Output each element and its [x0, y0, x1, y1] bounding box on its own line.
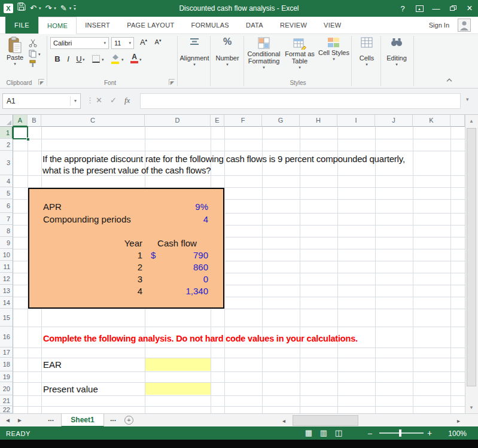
tab-sheet1[interactable]: Sheet1	[61, 414, 104, 427]
collapse-ribbon-icon[interactable]	[446, 76, 452, 83]
row-header-18[interactable]: 18	[0, 358, 13, 371]
cashflow-cell-4[interactable]: 1,340	[144, 286, 208, 296]
sheet-ellipsis-right[interactable]: ...	[110, 415, 116, 423]
row-header-9[interactable]: 9	[0, 237, 13, 249]
row-header-11[interactable]: 11	[0, 261, 13, 273]
year-cell-1[interactable]: 1	[78, 250, 142, 260]
tab-data[interactable]: DATA	[238, 17, 272, 33]
year-cell-4[interactable]: 4	[78, 286, 142, 296]
row-header-12[interactable]: 12	[0, 273, 13, 285]
present-value-input-cell[interactable]	[145, 383, 211, 395]
paste-button[interactable]: Paste ▾	[4, 36, 26, 66]
restore-button[interactable]	[444, 0, 461, 17]
row-header-13[interactable]: 13	[0, 285, 13, 297]
vertical-scrollbar-thumb[interactable]	[467, 128, 476, 386]
row-header-19[interactable]: 19	[0, 371, 13, 382]
horizontal-scrollbar-thumb[interactable]	[293, 415, 358, 426]
cashflow-cell-1[interactable]: 790	[144, 250, 208, 260]
ear-input-cell[interactable]	[145, 358, 211, 371]
row-header-17[interactable]: 17	[0, 348, 13, 358]
row-header-15[interactable]: 15	[0, 309, 13, 327]
sheet-ellipsis-left[interactable]: ...	[48, 415, 54, 423]
font-color-icon[interactable]: A	[130, 53, 138, 63]
ribbon-display-options-button[interactable]: ▴	[411, 0, 428, 17]
font-name-select[interactable]: Calibri ▾	[50, 37, 109, 49]
copy-dropdown-icon[interactable]: ▾	[38, 52, 41, 57]
scroll-down-icon[interactable]: ▼	[465, 405, 477, 410]
row-header-4[interactable]: 4	[0, 175, 13, 187]
row-header-21[interactable]: 21	[0, 395, 13, 406]
compounding-value[interactable]: 4	[144, 214, 208, 224]
new-sheet-button[interactable]: +	[124, 416, 133, 425]
cell-styles-button[interactable]: Cell Styles ▾	[318, 36, 349, 62]
row-header-2[interactable]: 2	[0, 139, 13, 151]
fill-color-icon[interactable]	[111, 54, 120, 64]
tab-review[interactable]: REVIEW	[272, 17, 315, 33]
insert-function-button[interactable]: fx	[124, 96, 130, 105]
conditional-formatting-button[interactable]: Conditional Formatting ▾	[246, 36, 281, 70]
row-header-20[interactable]: 20	[0, 382, 13, 395]
row-header-16[interactable]: 16	[0, 327, 13, 348]
tab-home[interactable]: HOME	[38, 17, 77, 34]
row-header-14[interactable]: 14	[0, 297, 13, 309]
row-header-5[interactable]: 5	[0, 187, 13, 199]
zoom-out-button[interactable]: −	[367, 429, 372, 438]
format-as-table-button[interactable]: Format as Table ▾	[284, 36, 316, 70]
close-button[interactable]: ×	[461, 0, 478, 17]
next-sheet-icon[interactable]: ►	[17, 417, 23, 423]
column-header-G[interactable]: G	[262, 115, 300, 127]
fill-color-dropdown-icon[interactable]: ▾	[121, 57, 124, 62]
apr-value[interactable]: 9%	[144, 202, 208, 212]
cancel-entry-icon[interactable]: ✕	[96, 96, 102, 105]
format-painter-icon[interactable]	[29, 60, 37, 69]
year-cell-2[interactable]: 2	[78, 262, 142, 272]
column-header-J[interactable]: J	[375, 115, 413, 127]
tab-view[interactable]: VIEW	[315, 17, 349, 33]
zoom-slider-handle[interactable]	[399, 429, 401, 437]
page-layout-view-icon[interactable]: ▥	[318, 428, 330, 437]
borders-icon[interactable]	[92, 55, 100, 63]
sign-in-link[interactable]: Sign In	[429, 17, 449, 34]
italic-button[interactable]: I	[63, 54, 73, 63]
name-box[interactable]: A1 ▾	[2, 93, 81, 109]
zoom-slider-track[interactable]	[379, 432, 424, 434]
tab-insert[interactable]: INSERT	[77, 17, 118, 33]
font-dialog-launcher-icon[interactable]: ◢	[169, 79, 175, 85]
page-break-view-icon[interactable]: ◫	[333, 428, 345, 437]
year-cell-3[interactable]: 3	[78, 274, 142, 284]
row-header-8[interactable]: 8	[0, 225, 13, 237]
column-header-I[interactable]: I	[337, 115, 375, 127]
previous-sheet-icon[interactable]: ◄	[5, 417, 11, 423]
alignment-button[interactable]: Alignment ▾	[179, 38, 209, 67]
underline-dropdown-icon[interactable]: ▾	[83, 57, 85, 62]
bold-button[interactable]: B	[53, 54, 62, 63]
tab-formulas[interactable]: FORMULAS	[182, 17, 238, 33]
borders-dropdown-icon[interactable]: ▾	[102, 57, 104, 62]
cells-button[interactable]: Cells ▾	[353, 37, 380, 67]
row-header-1[interactable]: 1	[0, 127, 13, 139]
expand-formula-bar-icon[interactable]: ▾	[466, 96, 469, 102]
zoom-level[interactable]: 100%	[439, 429, 467, 438]
help-button[interactable]: ?	[394, 0, 411, 17]
row-header-7[interactable]: 7	[0, 213, 13, 225]
column-header-C[interactable]: C	[41, 115, 145, 127]
fill-handle[interactable]	[26, 138, 30, 141]
row-header-10[interactable]: 10	[0, 249, 13, 261]
row-header-3[interactable]: 3	[0, 151, 13, 175]
number-button[interactable]: % Number ▾	[212, 36, 242, 67]
enter-entry-icon[interactable]: ✓	[110, 96, 117, 105]
grow-font-button[interactable]: A▴	[138, 38, 150, 47]
scroll-up-icon[interactable]: ▲	[465, 118, 477, 124]
avatar-icon[interactable]	[458, 19, 471, 34]
cashflow-cell-2[interactable]: 860	[144, 262, 208, 272]
editing-button[interactable]: Editing ▾	[382, 37, 411, 67]
column-header-B[interactable]: B	[28, 115, 41, 127]
tab-file[interactable]: FILE	[5, 17, 38, 33]
select-all-corner[interactable]	[0, 115, 13, 127]
hscroll-right-icon[interactable]: ▸	[457, 417, 460, 424]
shrink-font-button[interactable]: A▾	[152, 38, 164, 45]
column-header-A[interactable]: A	[13, 115, 28, 127]
column-header-E[interactable]: E	[211, 115, 224, 127]
row-header-6[interactable]: 6	[0, 199, 13, 213]
column-header-D[interactable]: D	[145, 115, 211, 127]
